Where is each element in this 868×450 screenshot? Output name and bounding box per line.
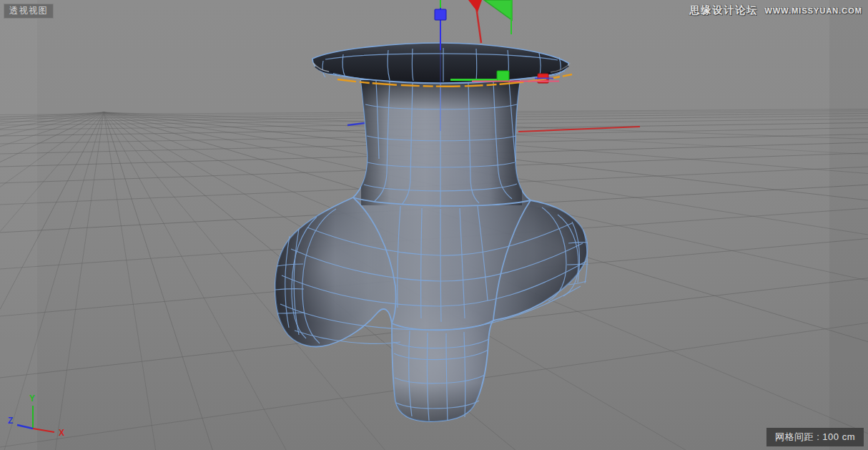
triad-z-axis bbox=[17, 425, 33, 429]
triad-z-label: Z bbox=[8, 416, 13, 426]
grid-spacing-badge: 网格间距 : 100 cm bbox=[766, 428, 864, 446]
world-axis-triad: Y X Z bbox=[6, 391, 77, 443]
viewport-3d[interactable]: 透视视图 思缘设计论坛 WWW.MISSYUAN.COM 网格间距 : 100 … bbox=[0, 0, 868, 450]
watermark-forum-url: WWW.MISSYUAN.COM bbox=[765, 6, 862, 15]
viewport-label: 透视视图 bbox=[4, 4, 54, 19]
triad-x-label: X bbox=[59, 428, 64, 438]
watermark: 思缘设计论坛 WWW.MISSYUAN.COM bbox=[690, 4, 862, 17]
gizmo-handle-green[interactable] bbox=[497, 71, 509, 82]
scene-canvas[interactable] bbox=[0, 0, 868, 450]
triad-x-axis bbox=[33, 429, 54, 432]
gizmo-handle-blue[interactable] bbox=[435, 9, 446, 20]
triad-y-label: Y bbox=[29, 393, 35, 403]
watermark-forum-name: 思缘设计论坛 bbox=[690, 4, 759, 17]
